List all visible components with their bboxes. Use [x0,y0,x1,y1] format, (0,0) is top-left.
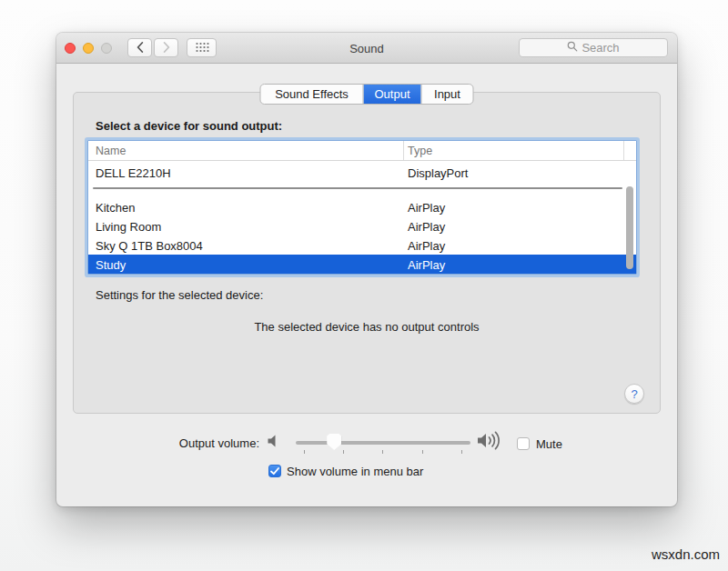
minimize-button[interactable] [83,43,94,54]
device-table-header: Name Type [88,141,636,161]
search-icon [567,41,578,55]
slider-tick [382,450,383,454]
forward-button [154,38,178,57]
output-volume-slider[interactable] [296,433,470,455]
show-volume-checkbox[interactable] [268,465,281,477]
tab-output[interactable]: Output [363,85,421,104]
mute-label: Mute [536,437,562,451]
column-divider [623,141,624,160]
back-button[interactable] [127,38,152,57]
close-button[interactable] [65,43,76,54]
tab-bar: Sound Effects Output Input [260,84,474,105]
show-volume-label: Show volume in menu bar [287,465,423,478]
device-group-separator [88,185,636,197]
search-placeholder: Search [581,41,619,55]
slider-tick [343,450,344,454]
device-row[interactable]: Study AirPlay [88,255,636,274]
scrollbar-thumb[interactable] [626,186,633,269]
column-header-type[interactable]: Type [408,145,432,157]
search-input[interactable]: Search [519,38,668,57]
sound-preferences-window: Sound Search Sound Effects Output Input … [56,33,677,506]
slider-tick [461,450,462,454]
chevron-right-icon [163,40,170,56]
mute-checkbox[interactable] [517,437,530,450]
grid-icon [195,40,209,56]
watermark: wsxdn.com [652,546,720,562]
device-table: Name Type DELL E2210H DisplayPort Kitche… [87,140,637,275]
help-button[interactable]: ? [624,384,644,404]
settings-label: Settings for the selected device: [96,288,263,302]
tab-sound-effects[interactable]: Sound Effects [261,85,363,104]
output-volume-label: Output volume: [111,436,259,450]
traffic-lights [65,43,112,54]
select-device-label: Select a device for sound output: [96,119,282,133]
tab-input[interactable]: Input [421,85,473,104]
no-output-controls-message: The selected device has no output contro… [74,320,660,334]
speaker-low-icon [267,434,281,452]
slider-tick [304,450,305,454]
show-all-button[interactable] [187,38,217,57]
output-tab-panel: Select a device for sound output: Name T… [73,92,661,414]
device-row[interactable]: Sky Q 1TB Box8004 AirPlay [88,235,636,255]
zoom-button [101,43,112,54]
device-row[interactable]: Living Room AirPlay [88,216,636,235]
volume-slider-thumb[interactable] [327,434,341,450]
chevron-left-icon [136,40,144,56]
device-row[interactable]: DELL E2210H DisplayPort [88,161,636,185]
slider-tick [422,450,423,454]
column-header-name[interactable]: Name [96,145,126,157]
speaker-loud-icon [477,431,505,454]
history-nav-group [127,38,178,57]
column-divider [403,141,404,160]
slider-track[interactable] [296,441,470,445]
device-row[interactable]: Kitchen AirPlay [88,197,636,216]
checkmark-icon [270,467,279,476]
window-titlebar: Sound Search [56,33,677,64]
